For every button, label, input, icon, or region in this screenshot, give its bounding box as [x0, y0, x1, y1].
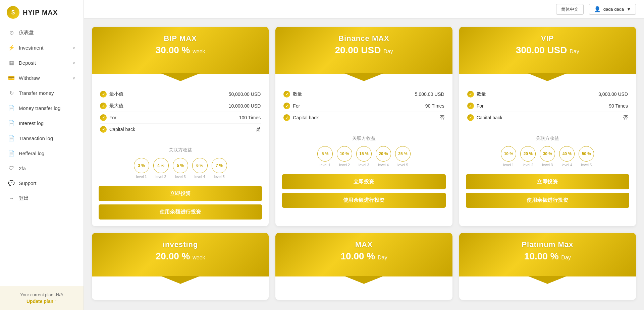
deposit-icon: ▦ — [8, 60, 15, 66]
level-circle-1: 3 % — [134, 158, 149, 173]
sidebar-item-investment[interactable]: ⚡ Investment ∨ — [0, 40, 84, 55]
sidebar-label-deposit: Deposit — [19, 60, 36, 66]
card-header-binance-max: Binance MAX 20.00 USD Day — [275, 27, 452, 74]
update-plan-button[interactable]: Update plan ↑ — [5, 299, 78, 304]
sidebar-item-interest-log[interactable]: 📄 Interest log — [0, 116, 84, 131]
invest-button-vip[interactable]: 立即投资 — [466, 174, 629, 189]
dashboard-icon: ⊙ — [8, 29, 15, 36]
value-min: 50,000.00 USD — [229, 91, 261, 97]
level-item: 5 % level 1 — [317, 146, 333, 167]
label-for: For — [477, 103, 484, 109]
sidebar-footer: Your current plan -N/A Update plan ↑ — [0, 286, 84, 310]
rate-unit-vip: Day — [570, 49, 579, 54]
level-item: 25 % level 5 — [395, 146, 411, 167]
invest-balance-button-vip[interactable]: 使用余额进行投资 — [466, 193, 629, 208]
level-item: 7 % level 5 — [212, 158, 227, 179]
level-label-3: level 3 — [359, 163, 369, 167]
card-header-investing: investing 20.00 % week — [92, 233, 269, 276]
referral-title-binance-max: 关联方收益 — [283, 135, 444, 141]
support-icon: 💬 — [8, 180, 15, 186]
level-item: 40 % level 4 — [559, 146, 575, 167]
level-label-2: level 2 — [156, 175, 166, 179]
level-label-2: level 2 — [339, 163, 350, 167]
level-circle-3: 5 % — [173, 158, 188, 173]
card-body-bip-max: ✓ 最小值 50,000.00 USD ✓ 最大值 10,000.00 USD — [92, 74, 269, 142]
sidebar-item-withdraw[interactable]: 💳 Withdraw ∨ — [0, 70, 84, 85]
row-for: ✓ For 90 Times — [283, 100, 444, 112]
sidebar-item-money-log[interactable]: 📄 Money transfer log — [0, 101, 84, 116]
referral-section-vip: 关联方收益 10 % level 1 20 % level 2 30 % lev — [459, 130, 636, 171]
referral-levels-binance-max: 5 % level 1 10 % level 2 15 % level 3 — [283, 146, 444, 167]
level-item: 3 % level 1 — [134, 158, 149, 179]
sidebar-item-support[interactable]: 💬 Support — [0, 176, 84, 191]
level-label-5: level 5 — [397, 163, 408, 167]
plan-title-platinum-max: Platinum Max — [522, 240, 573, 249]
level-label-4: level 4 — [561, 163, 572, 167]
sidebar-label-investment: Investment — [19, 45, 43, 51]
sidebar-label-withdraw: Withdraw — [19, 75, 40, 81]
label-max: 最大值 — [109, 103, 123, 109]
label-capital-back: Capital back — [109, 127, 135, 132]
check-icon: ✓ — [283, 114, 290, 121]
sidebar-item-deposit[interactable]: ▦ Deposit ∨ — [0, 55, 84, 70]
value-capital-back: 否 — [440, 115, 444, 121]
plans-grid: BIP MAX 30.00 % week ✓ 最小值 50,000.00 USD — [92, 27, 636, 300]
content-area: BIP MAX 30.00 % week ✓ 最小值 50,000.00 USD — [84, 19, 644, 310]
check-icon: ✓ — [100, 126, 107, 133]
row-quantity: ✓ 数量 5,000.00 USD — [283, 88, 444, 100]
value-for: 90 Times — [425, 103, 444, 109]
investment-icon: ⚡ — [8, 45, 15, 51]
card-body-binance-max: ✓ 数量 5,000.00 USD ✓ For 90 Times — [275, 74, 452, 130]
card-header-vip: VIP 300.00 USD Day — [459, 27, 636, 74]
check-icon: ✓ — [100, 103, 107, 109]
rate-unit-platinum-max: Day — [561, 255, 571, 260]
current-plan-text: Your current plan -N/A — [5, 292, 78, 297]
sidebar-item-transaction-log[interactable]: 📄 Transaction log — [0, 131, 84, 146]
level-label-4: level 4 — [195, 175, 205, 179]
invest-balance-button-binance-max[interactable]: 使用余额进行投资 — [282, 193, 445, 208]
level-circle-2: 20 % — [520, 146, 536, 162]
level-circle-5: 50 % — [579, 146, 594, 162]
logo-text: HYIP MAX — [23, 9, 58, 16]
shield-icon: 🛡 — [8, 165, 15, 171]
language-selector[interactable]: 简体中文 — [556, 4, 584, 15]
user-menu[interactable]: 👤 dada dada ▼ — [589, 4, 636, 15]
row-capital-back: ✓ Capital back 否 — [467, 112, 628, 123]
invest-button-binance-max[interactable]: 立即投资 — [282, 174, 445, 189]
level-item: 20 % level 4 — [376, 146, 391, 167]
check-icon: ✓ — [100, 114, 107, 121]
plan-card-bip-max: BIP MAX 30.00 % week ✓ 最小值 50,000.00 USD — [92, 27, 269, 226]
arrow-up-icon: ↑ — [55, 299, 57, 304]
referral-log-icon: 📄 — [8, 150, 15, 157]
sidebar-item-transfer[interactable]: ↻ Transfer money — [0, 85, 84, 101]
invest-button-bip-max[interactable]: 立即投资 — [99, 186, 262, 201]
rate-unit-bip-max: week — [193, 49, 205, 54]
level-label-1: level 1 — [136, 175, 147, 179]
referral-title-vip: 关联方收益 — [467, 135, 628, 141]
card-header-max: MAX 10.00 % Day — [275, 233, 452, 276]
plan-card-platinum-max: Platinum Max 10.00 % Day — [459, 233, 636, 300]
value-for: 100 Times — [239, 115, 261, 120]
withdraw-icon: 💳 — [8, 75, 15, 81]
level-circle-3: 15 % — [356, 146, 372, 162]
sidebar-item-logout[interactable]: → 登出 — [0, 191, 84, 206]
referral-section-bip-max: 关联方收益 3 % level 1 4 % level 2 5 % level — [92, 142, 269, 183]
label-quantity: 数量 — [477, 91, 486, 97]
plan-rate-platinum-max: 10.00 % Day — [524, 251, 571, 262]
check-icon: ✓ — [467, 103, 474, 109]
check-icon: ✓ — [467, 91, 474, 98]
level-circle-4: 40 % — [559, 146, 575, 162]
sidebar-item-2fa[interactable]: 🛡 2fa — [0, 161, 84, 176]
sidebar-item-dashboard[interactable]: ⊙ 仪表盘 — [0, 25, 84, 40]
sidebar-label-dashboard: 仪表盘 — [19, 29, 34, 36]
plan-rate-bip-max: 30.00 % week — [156, 45, 205, 56]
sidebar-item-referral-log[interactable]: 📄 Refferal log — [0, 146, 84, 161]
level-item: 50 % level 5 — [579, 146, 594, 167]
plan-rate-binance-max: 20.00 USD Day — [335, 45, 393, 56]
user-avatar-icon: 👤 — [594, 6, 601, 12]
sidebar-label-interest-log: Interest log — [19, 120, 44, 126]
invest-balance-button-bip-max[interactable]: 使用余额进行投资 — [99, 204, 262, 220]
sidebar-label-referral-log: Refferal log — [19, 150, 44, 156]
plan-card-investing: investing 20.00 % week — [92, 233, 269, 300]
logout-icon: → — [8, 195, 15, 201]
